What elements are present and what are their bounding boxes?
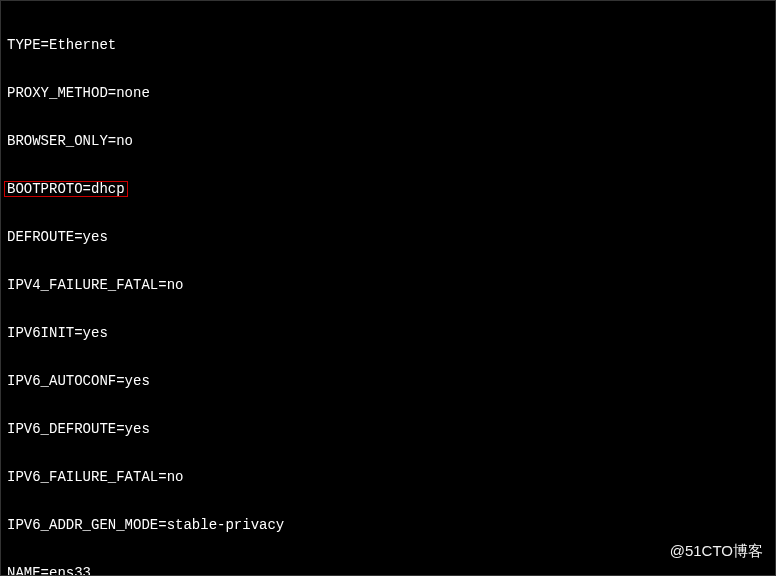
config-line: IPV6_AUTOCONF=yes	[7, 373, 769, 389]
highlight-box: BOOTPROTO=dhcp	[4, 181, 128, 197]
config-line: NAME=ens33	[7, 565, 769, 576]
config-line: IPV6_FAILURE_FATAL=no	[7, 469, 769, 485]
watermark-label: @51CTO博客	[670, 543, 763, 559]
config-line-highlighted: BOOTPROTO=dhcp	[7, 181, 769, 197]
config-line: IPV6_DEFROUTE=yes	[7, 421, 769, 437]
terminal-editor[interactable]: TYPE=Ethernet PROXY_METHOD=none BROWSER_…	[1, 1, 775, 576]
config-line: PROXY_METHOD=none	[7, 85, 769, 101]
config-line: IPV6_ADDR_GEN_MODE=stable-privacy	[7, 517, 769, 533]
config-line: IPV6INIT=yes	[7, 325, 769, 341]
config-line: IPV4_FAILURE_FATAL=no	[7, 277, 769, 293]
config-line: TYPE=Ethernet	[7, 37, 769, 53]
config-line: BROWSER_ONLY=no	[7, 133, 769, 149]
config-line: DEFROUTE=yes	[7, 229, 769, 245]
